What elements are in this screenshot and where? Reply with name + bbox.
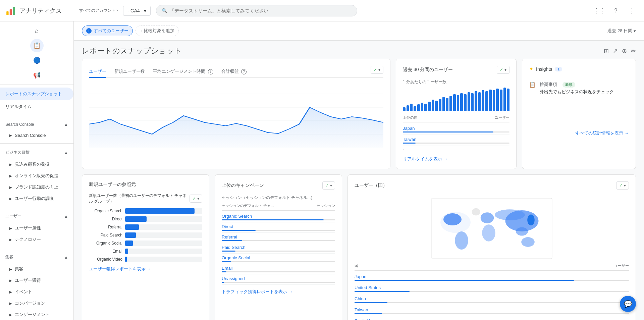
revenue-help-icon[interactable]: ? bbox=[241, 69, 247, 74]
bar-row-organic-video: Organic Video bbox=[89, 257, 202, 262]
users-header-rt: ユーザー bbox=[495, 115, 509, 120]
add-comparison-button[interactable]: + 比較対象を追加 bbox=[136, 25, 179, 36]
edit-icon[interactable]: ✏ bbox=[631, 47, 636, 55]
campaign-bar-fill-email bbox=[222, 271, 226, 272]
realtime-link[interactable]: リアルタイムを表示 → bbox=[403, 156, 509, 162]
search-bar[interactable]: 🔍 bbox=[156, 5, 357, 16]
chevron-right-icon-4: ▶ bbox=[9, 185, 12, 189]
sidebar-icon-reports[interactable]: 📋 bbox=[30, 39, 44, 52]
chevron-right-icon-9: ▶ bbox=[9, 279, 12, 282]
bar-2 bbox=[407, 105, 409, 111]
acquisition-link[interactable]: ユーザー獲得レポートを表示 → bbox=[89, 266, 202, 272]
geo-country-japan[interactable]: Japan bbox=[355, 274, 629, 279]
help-button[interactable]: ? bbox=[609, 4, 623, 17]
sidebar-icon-advertising[interactable]: 📢 bbox=[30, 68, 44, 82]
cards-row-1: ユーザー 新規ユーザー数 平均エンゲージメント時間 ? 合計収益 ? ✓ bbox=[74, 59, 644, 174]
sidebar-item-realtime[interactable]: リアルタイム bbox=[0, 100, 73, 113]
user-chart-card: ユーザー 新規ユーザー数 平均エンゲージメント時間 ? 合計収益 ? ✓ bbox=[82, 59, 390, 169]
insights-card-header: ✦ Insights 1 bbox=[529, 66, 629, 72]
tab-engagement[interactable]: 平均エンゲージメント時間 ? bbox=[153, 66, 213, 78]
chevron-up-icon-4: ▲ bbox=[64, 255, 68, 260]
property-selector[interactable]: - GA4 - ▾ bbox=[123, 6, 151, 16]
campaign-name-organic[interactable]: Organic Search bbox=[222, 214, 335, 219]
world-map bbox=[355, 198, 629, 259]
chart-dropdown[interactable]: ✓ ▾ bbox=[371, 66, 383, 74]
campaign-name-direct[interactable]: Direct bbox=[222, 224, 335, 229]
sidebar-item-online-sales[interactable]: ▶ オンライン販売の促進 bbox=[0, 170, 73, 181]
campaign-link[interactable]: トラフィック獲得レポートを表示 → bbox=[222, 289, 335, 295]
recommendation-item: 📋 推奨事項 新規 外出先でもビジネスの状況をチェック bbox=[529, 77, 629, 99]
campaign-bar-organic-social bbox=[222, 261, 335, 262]
geo-dropdown[interactable]: ✓ ▾ bbox=[616, 181, 629, 190]
sidebar-item-snapshot[interactable]: レポートのスナップショット bbox=[0, 88, 73, 100]
country-name-taiwan[interactable]: Taiwan bbox=[403, 137, 509, 142]
sidebar-item-engagement[interactable]: ▶ エンゲージメント bbox=[0, 309, 73, 320]
geo-table-header: 国 ユーザー bbox=[355, 263, 629, 271]
chat-button[interactable]: 💬 bbox=[620, 296, 636, 312]
engagement-help-icon[interactable]: ? bbox=[208, 69, 213, 74]
acquisition-dropdown[interactable]: ✓ ▾ bbox=[190, 195, 202, 203]
chevron-right-icon-3: ▶ bbox=[9, 174, 12, 178]
sidebar-item-user-acquisition[interactable]: ▶ ユーザー獲得 bbox=[0, 275, 73, 286]
sidebar-item-conversions[interactable]: ▶ コンバージョン bbox=[0, 298, 73, 309]
campaign-name-paid[interactable]: Paid Search bbox=[222, 245, 335, 250]
sidebar-section-acquisition[interactable]: 集客 ▲ bbox=[0, 251, 73, 263]
tab-new-users[interactable]: 新規ユーザー数 bbox=[114, 66, 145, 78]
page-actions: ⊞ ↗ ⊕ ✏ bbox=[604, 47, 636, 55]
expand-icon[interactable]: ⊞ bbox=[604, 47, 609, 55]
all-users-chip[interactable]: i すべてのユーザー bbox=[82, 25, 133, 36]
geo-bar-japan bbox=[355, 280, 574, 281]
sidebar-item-search-console-sub[interactable]: ▶ Search Console bbox=[0, 130, 73, 141]
geo-country-taiwan[interactable]: Taiwan bbox=[355, 307, 629, 312]
geo-row-taiwan: Taiwan bbox=[355, 305, 629, 316]
country-name-japan[interactable]: Japan bbox=[403, 126, 509, 131]
geo-country-china[interactable]: China bbox=[355, 296, 629, 301]
chevron-right-icon-7: ▶ bbox=[9, 238, 12, 242]
sidebar-section-search-console[interactable]: Search Console ▲ bbox=[0, 119, 73, 130]
campaign-dropdown[interactable]: ✓ ▾ bbox=[322, 181, 335, 190]
sidebar-section-business[interactable]: ビジネス目標 ▲ bbox=[0, 146, 73, 159]
campaign-name-organic-social[interactable]: Organic Social bbox=[222, 255, 335, 260]
insights-link[interactable]: すべての統計情報を表示 → bbox=[529, 130, 629, 136]
sidebar-item-demographics[interactable]: ▶ ユーザー属性 bbox=[0, 222, 73, 234]
sidebar-item-brand[interactable]: ▶ ブランド認知度の向上 bbox=[0, 181, 73, 193]
bar-6 bbox=[421, 103, 424, 111]
share-icon[interactable]: ↗ bbox=[613, 47, 618, 55]
more-options-button[interactable]: ⋮ bbox=[625, 4, 639, 17]
star-icon[interactable]: ⊕ bbox=[622, 47, 627, 55]
campaign-name-unassigned[interactable]: Unassigned bbox=[222, 276, 335, 281]
search-input[interactable] bbox=[170, 8, 352, 13]
svg-point-12 bbox=[482, 224, 495, 241]
bar-fill-organic-social bbox=[125, 241, 133, 246]
campaign-name-referral[interactable]: Referral bbox=[222, 234, 335, 239]
tab-users[interactable]: ユーザー bbox=[89, 66, 106, 78]
sidebar-item-events[interactable]: ▶ イベント bbox=[0, 286, 73, 298]
geo-bar-us bbox=[355, 291, 410, 292]
tab-revenue[interactable]: 合計収益 ? bbox=[221, 66, 247, 78]
geo-row-us: United States bbox=[355, 283, 629, 294]
apps-grid-button[interactable]: ⋮⋮ bbox=[593, 4, 606, 17]
realtime-card: 過去 30 分間のユーザー ✓ ▾ 1 分あたりのユーザー数 bbox=[396, 59, 517, 169]
geo-country-header: 国 bbox=[355, 263, 358, 268]
bar-9 bbox=[432, 100, 434, 111]
campaign-title: 上位のキャンペーン bbox=[222, 182, 264, 189]
campaign-name-email[interactable]: Email bbox=[222, 266, 335, 271]
geo-country-us[interactable]: United States bbox=[355, 285, 629, 290]
bar-7 bbox=[424, 104, 427, 111]
bar-track-organic-search bbox=[125, 208, 202, 214]
sidebar-item-lead[interactable]: ▶ 見込み顧客の発掘 bbox=[0, 159, 73, 170]
date-selector[interactable]: 過去 28 日間 ▾ bbox=[607, 28, 636, 34]
sidebar-section-users[interactable]: ユーザー ▲ bbox=[0, 210, 73, 222]
campaign-bar-fill-paid bbox=[222, 251, 235, 252]
page-title-row: レポートのスナップショット ⊞ ↗ ⊕ ✏ bbox=[74, 41, 644, 59]
bar-label-paid-search: Paid Search bbox=[89, 233, 122, 237]
sidebar-item-acquisition-main[interactable]: ▶ 集客 bbox=[0, 263, 73, 275]
breadcrumb: すべてのアカウント › bbox=[79, 8, 118, 13]
geo-country-korea[interactable]: South Korea bbox=[355, 318, 629, 320]
sidebar-icon-explore[interactable]: 🔵 bbox=[30, 54, 44, 67]
sidebar-item-technology[interactable]: ▶ テクノロジー bbox=[0, 234, 73, 245]
realtime-dropdown[interactable]: ✓ ▾ bbox=[497, 66, 509, 74]
bar-row-paid-search: Paid Search bbox=[89, 232, 202, 238]
sidebar-item-user-behavior[interactable]: ▶ ユーザー行動の調査 bbox=[0, 193, 73, 204]
sidebar-icon-home[interactable]: ⌂ bbox=[30, 24, 44, 38]
